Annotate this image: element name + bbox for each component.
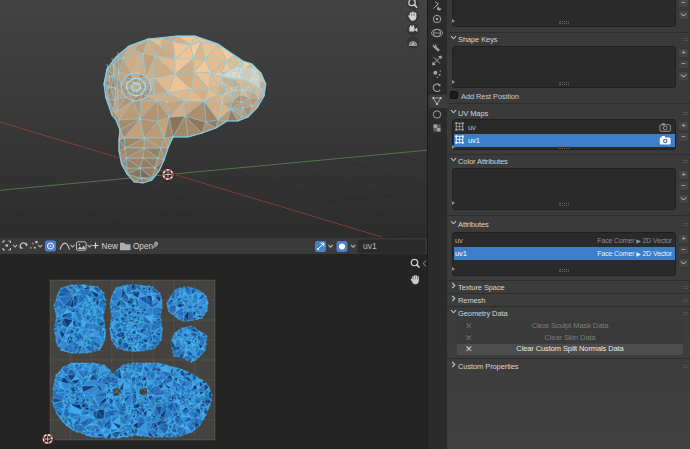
svg-text:New: New (102, 242, 118, 251)
svg-text:Open: Open (133, 242, 153, 251)
svg-text:uv1: uv1 (363, 241, 377, 251)
